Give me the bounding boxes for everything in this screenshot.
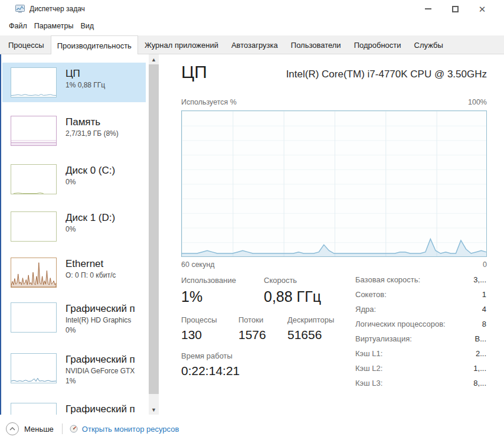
scrollbar-thumb[interactable] (149, 64, 159, 394)
cpu-panel: ЦП Intel(R) Core(TM) i7-4770K CPU @ 3.50… (169, 54, 504, 415)
task-manager-window: Диспетчер задач ✕ Файл Параметры Вид Про… (0, 0, 504, 443)
footer-bar: Меньше Открыть монитор ресурсов (0, 415, 504, 443)
scroll-down-icon[interactable]: ▼ (149, 405, 159, 415)
usage-label: Использование (181, 275, 264, 285)
chart-x-left-label: 60 секунд (181, 260, 215, 269)
disk0-mini-chart (11, 164, 57, 194)
minimize-icon (425, 8, 431, 9)
cpu-panel-title: ЦП (181, 61, 207, 83)
chart-x-right-label: 0 (483, 260, 487, 269)
detail-cache-l2: Кэш L2: 1,... (355, 364, 486, 379)
sidebar-gpu1-title: Графический п (66, 353, 143, 366)
detail-cache-l3: Кэш L3: 8,... (355, 379, 486, 393)
processes-label: Процессы (181, 315, 238, 325)
sidebar-disk1-title: Диск 1 (D:) (66, 211, 143, 224)
detail-sockets: Сокетов: 1 (355, 290, 486, 305)
disk1-mini-chart (11, 211, 57, 242)
detail-cache-l1: Кэш L1: 2... (355, 349, 486, 364)
fewer-details-label[interactable]: Меньше (24, 425, 54, 434)
tab-users[interactable]: Пользователи (284, 37, 348, 54)
sidebar-disk0-title: Диск 0 (C:) (66, 164, 143, 177)
sidebar-gpu0-device: Intel(R) HD Graphics (66, 315, 143, 325)
sidebar-item-ethernet[interactable]: Ethernet О: 0 П: 0 кбит/с (2, 253, 146, 292)
close-icon: ✕ (479, 5, 486, 14)
sidebar-item-gpu2[interactable]: Графический п (2, 398, 146, 415)
detail-cores: Ядра: 4 (355, 305, 486, 320)
chart-y-max-label: 100% (468, 98, 487, 106)
menu-file[interactable]: Файл (5, 19, 31, 32)
sidebar-item-cpu[interactable]: ЦП 1% 0,88 ГГц (2, 63, 146, 102)
sidebar-cpu-subtitle: 1% 0,88 ГГц (66, 80, 143, 90)
chevron-up-icon (9, 427, 15, 431)
handles-value: 51656 (287, 327, 334, 343)
sidebar-scrollbar[interactable]: ▲ ▼ (149, 54, 159, 415)
chart-top-labels: Используется % 100% (181, 98, 487, 106)
speed-value: 0,88 ГГц (264, 287, 321, 306)
speed-label: Скорость (264, 275, 321, 285)
sidebar-memory-title: Память (66, 116, 143, 129)
sidebar-ethernet-subtitle: О: 0 П: 0 кбит/с (66, 271, 143, 281)
chart-x-labels: 60 секунд 0 (181, 260, 487, 269)
cpu-usage-chart (181, 110, 487, 257)
performance-sidebar: ЦП 1% 0,88 ГГц Память 2,7/31,9 ГБ (8%) (1, 54, 149, 415)
tab-app-history[interactable]: Журнал приложений (138, 37, 225, 54)
sidebar-memory-subtitle: 2,7/31,9 ГБ (8%) (66, 129, 143, 139)
window-title: Диспетчер задач (30, 5, 85, 13)
cpu-stats: Использование 1% Скорость 0,88 ГГц Проце… (181, 275, 349, 379)
resource-monitor-icon (70, 425, 78, 433)
sidebar-item-disk1[interactable]: Диск 1 (D:) 0% (2, 207, 146, 246)
window-controls: ✕ (414, 0, 496, 18)
chart-y-label: Используется % (181, 98, 237, 106)
title-bar: Диспетчер задач ✕ (0, 0, 504, 18)
tab-strip: Процессы Производительность Журнал прило… (0, 35, 504, 54)
threads-value: 1576 (238, 327, 287, 343)
sidebar-gpu1-device: NVIDIA GeForce GTX (66, 366, 143, 376)
open-resource-monitor-link[interactable]: Открыть монитор ресурсов (82, 425, 179, 434)
sidebar-item-memory[interactable]: Память 2,7/31,9 ГБ (8%) (2, 111, 146, 151)
processes-value: 130 (181, 327, 238, 343)
cpu-mini-chart (11, 67, 57, 97)
sidebar-cpu-title: ЦП (66, 67, 143, 80)
gpu2-mini-chart (11, 403, 57, 415)
uptime-label: Время работы (181, 351, 349, 361)
minimize-button[interactable] (414, 0, 441, 18)
fewer-details-button[interactable] (6, 422, 19, 435)
performance-content: ЦП 1% 0,88 ГГц Память 2,7/31,9 ГБ (8%) (0, 54, 504, 415)
task-manager-icon (15, 5, 25, 13)
sidebar-ethernet-title: Ethernet (66, 258, 143, 271)
tab-performance[interactable]: Производительность (51, 35, 138, 54)
maximize-button[interactable] (441, 0, 469, 18)
detail-logical-processors: Логических процессоров: 8 (355, 320, 486, 334)
sidebar-item-disk0[interactable]: Диск 0 (C:) 0% (2, 159, 146, 199)
tab-startup[interactable]: Автозагрузка (225, 37, 284, 54)
cpu-detail-list: Базовая скорость: 3,... Сокетов: 1 Ядра:… (355, 275, 486, 393)
threads-label: Потоки (238, 315, 287, 325)
memory-mini-chart (11, 116, 57, 146)
sidebar-disk0-subtitle: 0% (66, 177, 143, 187)
cpu-device-name: Intel(R) Core(TM) i7-4770K CPU @ 3.50GHz (286, 69, 487, 83)
sidebar-disk1-subtitle: 0% (66, 224, 143, 234)
menu-view[interactable]: Вид (77, 19, 97, 32)
sidebar-gpu1-percent: 1% (66, 376, 143, 386)
detail-base-speed: Базовая скорость: 3,... (355, 275, 486, 290)
sidebar-gpu2-title: Графический п (66, 403, 143, 415)
detail-virtualization: Виртуализация: В... (355, 334, 486, 349)
sidebar-item-gpu1[interactable]: Графический п NVIDIA GeForce GTX 1% (2, 348, 146, 391)
gpu1-mini-chart (11, 353, 57, 383)
tab-details[interactable]: Подробности (348, 37, 408, 54)
maximize-icon (452, 6, 459, 12)
uptime-value: 0:22:14:21 (181, 363, 349, 379)
usage-value: 1% (181, 287, 264, 306)
tab-services[interactable]: Службы (408, 37, 450, 54)
menu-bar: Файл Параметры Вид (0, 18, 504, 34)
scroll-up-icon[interactable]: ▲ (149, 54, 159, 64)
tab-processes[interactable]: Процессы (2, 37, 51, 54)
cpu-usage-series (182, 111, 486, 256)
sidebar-gpu0-percent: 0% (66, 325, 143, 335)
close-button[interactable]: ✕ (469, 0, 496, 18)
sidebar-item-gpu0[interactable]: Графический п Intel(R) HD Graphics 0% (2, 298, 146, 340)
menu-options[interactable]: Параметры (31, 19, 77, 32)
sidebar-gpu0-title: Графический п (66, 302, 143, 315)
handles-label: Дескрипторы (287, 315, 334, 325)
footer-divider (62, 424, 63, 434)
